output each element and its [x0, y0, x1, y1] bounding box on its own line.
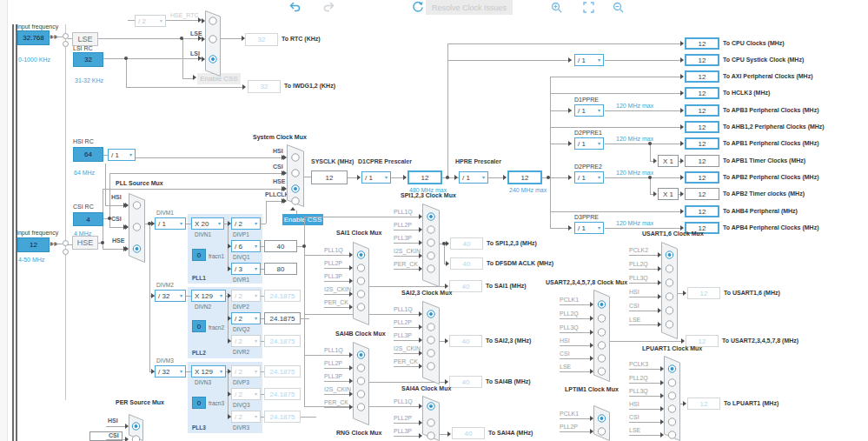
usart16-option-HSI[interactable] [666, 293, 673, 300]
sai1-option-PLL2P[interactable] [357, 264, 364, 271]
usart234578-option-PLL3Q[interactable] [598, 329, 605, 336]
systick-divider-select[interactable]: / 1▾ [574, 54, 604, 66]
divp2-select[interactable]: / 2▾ [231, 290, 261, 302]
pll-source-option-HSI[interactable] [133, 202, 140, 209]
lpuart1-mux[interactable] [664, 356, 682, 441]
redo-icon[interactable] [322, 2, 335, 12]
system-mux[interactable] [287, 144, 306, 209]
sai4a-mux[interactable] [422, 396, 441, 441]
sai4b-mux[interactable] [353, 342, 371, 427]
sai23-mux[interactable] [422, 301, 441, 386]
lsi-frequency-box[interactable]: 32 [73, 52, 103, 67]
sai4b-option-PER_CK[interactable] [357, 404, 364, 411]
lpuart1-option-HSI[interactable] [668, 405, 675, 412]
lpuart1-option-CSI[interactable] [668, 418, 675, 425]
d3ppre-select[interactable]: / 1▾ [574, 222, 604, 234]
usart234578-option-HSI[interactable] [598, 342, 605, 349]
usart16-mux[interactable] [661, 242, 679, 341]
sai4b-option-PLL2P[interactable] [357, 364, 364, 371]
system-option-PLLCLK[interactable] [292, 197, 299, 204]
d1cpre-select[interactable]: / 1▾ [361, 171, 391, 184]
lpuart1-option-PLL3Q[interactable] [668, 392, 675, 399]
spi123-option-PER_CK[interactable] [427, 265, 434, 272]
zoom-out-icon[interactable] [613, 2, 624, 13]
d1ppre-select[interactable]: / 1▾ [574, 104, 604, 117]
divn2-select[interactable]: X 129▾ [191, 290, 226, 302]
d2ppre1-select[interactable]: / 1▾ [574, 137, 604, 150]
hse-enable-css-button[interactable]: Enable CSS [282, 214, 323, 225]
divq1-select[interactable]: / 6▾ [231, 240, 261, 252]
divr1-select[interactable]: / 3▾ [231, 263, 261, 275]
sai23-option-PLL2P[interactable] [427, 324, 434, 331]
pll2-fracn-input[interactable]: 0 [192, 320, 206, 332]
rtc-option-HSE_RTC[interactable] [209, 17, 216, 24]
d2ppre2-select[interactable]: / 1▾ [574, 171, 604, 184]
rtc-mux[interactable] [205, 10, 222, 78]
spi123-option-I2S_CKIN[interactable] [427, 252, 434, 259]
divp1-select[interactable]: / 2▾ [231, 217, 261, 230]
sai4b-option-PLL3P[interactable] [357, 378, 364, 384]
resolve-clock-issues-button[interactable]: Resolve Clock Issues [426, 0, 513, 15]
sai4b-input-label: PLL1Q [324, 347, 343, 354]
pll1-fracn-input[interactable]: 0 [192, 249, 206, 261]
undo-icon[interactable] [289, 2, 301, 12]
divn1-select[interactable]: X 20▾ [191, 217, 224, 230]
divq3-select[interactable]: / 2▾ [231, 388, 261, 400]
zoom-in-icon[interactable] [551, 2, 562, 13]
label: DIVR2 [233, 349, 249, 355]
radio-selected-dot [135, 424, 138, 428]
sai23-option-PER_CK[interactable] [427, 363, 434, 370]
hse-frequency-input[interactable]: 12 [17, 237, 50, 252]
sai4a-option-PLL3P[interactable] [427, 432, 434, 439]
divq2-select[interactable]: / 2▾ [231, 312, 261, 324]
hse-rtc-divider-select[interactable]: / 2▾ [135, 15, 166, 27]
label: fracn1 [209, 253, 224, 259]
usart16-option-LSE[interactable] [666, 321, 673, 328]
hsi-frequency-box[interactable]: 64 [73, 147, 103, 162]
per-source-option-CSI[interactable] [132, 436, 139, 441]
pll3-fracn-input[interactable]: 0 [192, 397, 206, 409]
hpre-select[interactable]: / 1▾ [459, 171, 488, 184]
lpuart1-option-LSE[interactable] [668, 431, 675, 438]
divm1-select[interactable]: / 1▾ [155, 217, 186, 230]
pll-source-mux[interactable] [129, 193, 147, 264]
per-source-mux[interactable] [129, 414, 145, 441]
spi123-mux[interactable] [422, 204, 441, 289]
lpuart1-option-PLL2Q[interactable] [668, 379, 675, 386]
divp3-select[interactable]: / 2▾ [231, 365, 261, 378]
sai23-option-PLL3P[interactable] [427, 337, 434, 344]
sai1-option-PER_CK[interactable] [357, 304, 364, 311]
csi-frequency-box[interactable]: 4 [73, 212, 103, 226]
usart234578-option-PLL2Q[interactable] [598, 315, 605, 322]
pll-source-option-CSI[interactable] [133, 224, 140, 231]
usart234578-option-CSI[interactable] [598, 355, 605, 362]
sai1-option-PLL3P[interactable] [357, 277, 364, 284]
divr3-select[interactable]: / 2▾ [231, 411, 261, 423]
sai23-option-I2S_CKIN[interactable] [427, 350, 434, 357]
usart16-option-CSI[interactable] [666, 307, 673, 314]
reset-icon[interactable] [412, 1, 424, 13]
sai4a-option-PLL2P[interactable] [427, 419, 434, 426]
divr2-select[interactable]: / 2▾ [231, 335, 261, 347]
usart16-option-PLL3Q[interactable] [666, 279, 673, 286]
spi123-option-PLL3P[interactable] [427, 239, 434, 246]
rtc-option-LSE[interactable] [209, 36, 216, 43]
lptim1-mux[interactable] [593, 405, 612, 441]
system-option-CSI[interactable] [292, 170, 299, 177]
system-option-HSI[interactable] [292, 154, 299, 161]
sai1-mux[interactable] [353, 242, 371, 327]
spi123-option-PLL2P[interactable] [427, 226, 434, 233]
usart234578-option-LSE[interactable] [598, 368, 605, 375]
usart16-option-PLL2Q[interactable] [666, 265, 673, 272]
usart234578-mux[interactable] [593, 290, 612, 384]
divm2-select[interactable]: / 32▾ [155, 290, 186, 302]
divm3-select[interactable]: / 32▾ [155, 365, 186, 378]
hsi-divider-select[interactable]: / 1▾ [108, 149, 136, 161]
divn3-select[interactable]: X 129▾ [191, 365, 226, 378]
sai4b-output-value: 40 [449, 376, 482, 388]
fit-view-icon[interactable] [583, 2, 594, 13]
sai1-option-I2S_CKIN[interactable] [357, 291, 364, 297]
lptim1-option-PLL2P[interactable] [598, 428, 605, 435]
sai4b-option-I2S_CKIN[interactable] [357, 391, 364, 398]
lse-frequency-input[interactable]: 32.768 [17, 30, 50, 45]
